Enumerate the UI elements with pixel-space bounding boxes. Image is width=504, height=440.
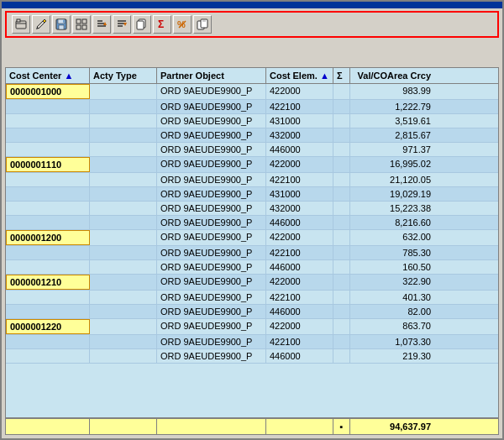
cell-sigma [333,349,350,363]
cell-partner-object: ORD 9AEUDE9900_P [157,246,266,259]
footer-total: 94,637.97 [350,419,434,434]
sort-asc-button[interactable] [92,15,111,34]
col-acty-type: Acty Type [90,68,157,83]
copy-button[interactable] [133,15,151,34]
cell-partner-object: ORD 9AEUDE9900_P [157,187,266,201]
cell-cost-elem: 432000 [266,128,333,142]
table-row: ORD 9AEUDE9900_P42210021,120.05 [6,173,498,187]
cell-acty-type [90,84,157,99]
svg-rect-24 [201,19,207,28]
table-row: ORD 9AEUDE9900_P4221001,073.30 [6,335,498,349]
cell-cost-elem: 446000 [266,143,333,156]
cell-cost-center [6,173,90,186]
cell-acty-type [90,260,157,274]
cell-value: 863.70 [350,319,434,334]
cell-value: 1,222.79 [350,100,434,113]
table-row: ORD 9AEUDE9900_P446000219.30 [6,349,498,364]
cell-value: 3,519.61 [350,114,434,128]
cell-value: 401.30 [350,291,434,304]
title-bar [2,2,502,8]
cell-cost-center [6,114,90,128]
table-row: 0000001000ORD 9AEUDE9900_P422000983.99 [6,84,498,100]
footer-at [90,419,157,434]
svg-rect-6 [76,19,81,24]
cell-acty-type [90,291,157,304]
footer-row: ▪ 94,637.97 [6,417,498,434]
edit-button[interactable] [32,15,50,34]
cell-acty-type [90,114,157,128]
table-row: ORD 9AEUDE9900_P4221001,222.79 [6,100,498,114]
cell-partner-object: ORD 9AEUDE9900_P [157,100,266,113]
export-button[interactable] [193,15,212,34]
cell-value: 19,029.19 [350,187,434,201]
svg-rect-5 [63,20,65,24]
cell-cost-center [6,246,90,259]
footer-ce [266,419,333,434]
cell-value: 82.00 [350,305,434,318]
cell-acty-type [90,319,157,334]
cell-cost-center [6,305,90,318]
cell-cost-elem: 422000 [266,230,333,245]
col-sigma: Σ [333,68,350,83]
cell-sigma [333,100,350,113]
svg-rect-7 [82,19,87,24]
cell-value: 2,815.67 [350,128,434,142]
cell-cost-elem: 422000 [266,157,333,172]
toolbar: Σ % [5,11,499,38]
save-button[interactable] [52,15,71,34]
cell-cost-center: 0000001110 [6,157,90,172]
sort-desc-button[interactable] [113,15,131,34]
cell-sigma [333,84,350,99]
cell-cost-center [6,335,90,348]
table-row: 0000001110ORD 9AEUDE9900_P42200016,995.0… [6,157,498,173]
cell-acty-type [90,275,157,290]
cell-acty-type [90,246,157,259]
cell-sigma [333,187,350,201]
cell-sigma [333,202,350,215]
cell-sigma [333,305,350,318]
table-row: 0000001200ORD 9AEUDE9900_P422000632.00 [6,230,498,246]
svg-rect-9 [82,25,87,29]
cell-acty-type [90,143,157,156]
cell-cost-elem: 422100 [266,246,333,259]
cell-partner-object: ORD 9AEUDE9900_P [157,319,266,334]
cell-value: 160.50 [350,260,434,274]
cell-value: 15,223.38 [350,202,434,215]
grid-button[interactable] [72,15,91,34]
footer-cc [6,419,90,434]
cell-partner-object: ORD 9AEUDE9900_P [157,305,266,318]
cell-sigma [333,173,350,186]
cell-partner-object: ORD 9AEUDE9900_P [157,84,266,99]
table-row: 0000001210ORD 9AEUDE9900_P422000322.90 [6,275,498,291]
cell-acty-type [90,349,157,363]
cell-sigma [333,216,350,229]
col-value: Val/COArea Crcy [350,68,434,83]
table-row: ORD 9AEUDE9900_P422100785.30 [6,246,498,260]
sum-button[interactable]: Σ [153,15,171,34]
cell-cost-elem: 422100 [266,335,333,348]
cell-value: 219.30 [350,349,434,363]
cell-cost-center: 0000001000 [6,84,90,99]
cell-acty-type [90,173,157,186]
col-cost-center: Cost Center ▲ [6,68,90,83]
cell-value: 1,073.30 [350,335,434,348]
percent-button[interactable]: % [173,15,192,34]
cell-partner-object: ORD 9AEUDE9900_P [157,157,266,172]
cell-cost-elem: 422000 [266,84,333,99]
open-button[interactable] [12,15,30,34]
footer-sigma: ▪ [333,419,350,434]
cell-cost-center [6,202,90,215]
cell-cost-center: 0000001220 [6,319,90,334]
table-row: ORD 9AEUDE9900_P422100401.30 [6,291,498,305]
cell-value: 785.30 [350,246,434,259]
svg-marker-17 [123,23,127,26]
svg-rect-8 [76,25,81,29]
cell-acty-type [90,305,157,318]
cell-sigma [333,157,350,172]
cell-partner-object: ORD 9AEUDE9900_P [157,114,266,128]
cell-cost-center [6,216,90,229]
cell-partner-object: ORD 9AEUDE9900_P [157,202,266,215]
cell-cost-center [6,128,90,142]
cell-cost-center [6,143,90,156]
cell-cost-elem: 422100 [266,173,333,186]
